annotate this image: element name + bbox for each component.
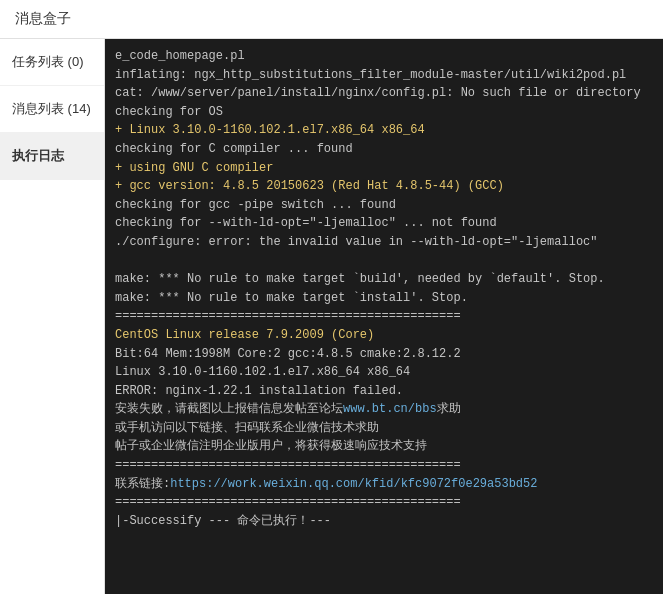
terminal-line: Bit:64 Mem:1998M Core:2 gcc:4.8.5 cmake:… [115, 347, 461, 361]
terminal-line: ========================================… [115, 458, 461, 472]
terminal-line: checking for OS [115, 105, 223, 119]
terminal-line: 帖子或企业微信注明企业版用户，将获得极速响应技术支持 [115, 439, 427, 453]
main-layout: 任务列表 (0)消息列表 (14)执行日志 e_code_homepage.pl… [0, 39, 663, 594]
sidebar: 任务列表 (0)消息列表 (14)执行日志 [0, 39, 105, 594]
terminal-line: 联系链接:https://work.weixin.qq.com/kfid/kfc… [115, 477, 537, 491]
terminal-line: make: *** No rule to make target `build'… [115, 272, 605, 286]
terminal-line: CentOS Linux release 7.9.2009 (Core) [115, 328, 374, 342]
terminal-line: + gcc version: 4.8.5 20150623 (Red Hat 4… [115, 179, 504, 193]
terminal-line: checking for --with-ld-opt="-ljemalloc" … [115, 216, 497, 230]
terminal-output[interactable]: e_code_homepage.pl inflating: ngx_http_s… [105, 39, 663, 594]
terminal-line: checking for gcc -pipe switch ... found [115, 198, 396, 212]
terminal-line: + using GNU C compiler [115, 161, 273, 175]
terminal-line: e_code_homepage.pl [115, 49, 245, 63]
terminal-line: 或手机访问以下链接、扫码联系企业微信技术求助 [115, 421, 379, 435]
terminal-line: cat: /www/server/panel/install/nginx/con… [115, 86, 641, 100]
terminal-line: ========================================… [115, 309, 461, 323]
terminal-line: ./configure: error: the invalid value in… [115, 235, 597, 249]
terminal-container: e_code_homepage.pl inflating: ngx_http_s… [105, 39, 663, 594]
terminal-line: ERROR: nginx-1.22.1 installation failed. [115, 384, 403, 398]
terminal-line: checking for C compiler ... found [115, 142, 353, 156]
page-title: 消息盒子 [15, 10, 71, 26]
terminal-line: make: *** No rule to make target `instal… [115, 291, 468, 305]
terminal-line: + Linux 3.10.0-1160.102.1.el7.x86_64 x86… [115, 123, 425, 137]
terminal-line: 安装失败，请截图以上报错信息发帖至论坛www.bt.cn/bbs求助 [115, 402, 461, 416]
sidebar-item-2[interactable]: 执行日志 [0, 133, 104, 180]
terminal-line: ========================================… [115, 495, 461, 509]
terminal-line: |-Successify --- 命令已执行！--- [115, 514, 331, 528]
page-header: 消息盒子 [0, 0, 663, 39]
terminal-line: Linux 3.10.0-1160.102.1.el7.x86_64 x86_6… [115, 365, 410, 379]
sidebar-item-1[interactable]: 消息列表 (14) [0, 86, 104, 133]
sidebar-item-0[interactable]: 任务列表 (0) [0, 39, 104, 86]
terminal-line: inflating: ngx_http_substitutions_filter… [115, 68, 626, 82]
